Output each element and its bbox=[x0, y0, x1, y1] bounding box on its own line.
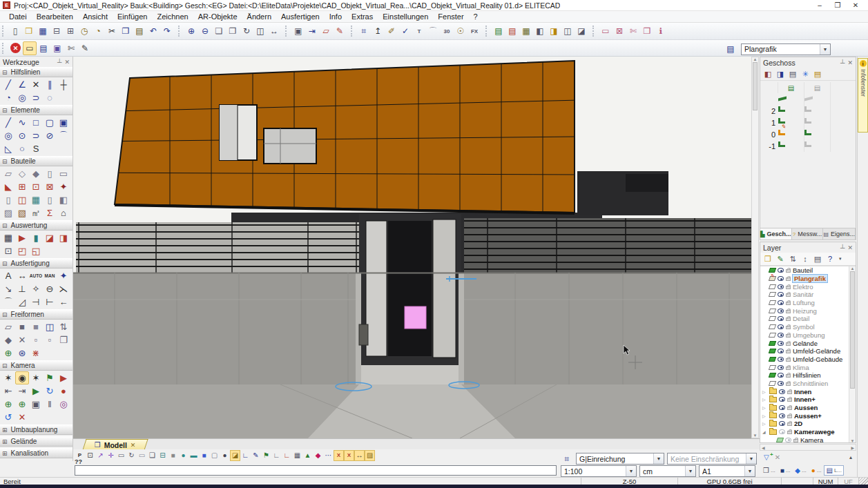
tool-icon[interactable]: ↔ bbox=[15, 269, 29, 282]
menu-item[interactable]: Extras bbox=[347, 12, 378, 21]
lock-icon[interactable] bbox=[787, 415, 792, 418]
expander-icon[interactable]: ◢ bbox=[762, 429, 767, 434]
menu-item[interactable]: Bearbeiten bbox=[32, 12, 78, 21]
viewport-canvas[interactable] bbox=[73, 57, 751, 438]
collapse-icon[interactable]: ⊟ bbox=[2, 69, 8, 76]
layer-row[interactable]: Plangrafik bbox=[760, 275, 856, 283]
wall-tool-1-icon[interactable]: ◧ bbox=[533, 24, 547, 38]
tool-icon[interactable]: ⇤ bbox=[1, 384, 15, 398]
tool-section-header[interactable]: ⊟ Elemente bbox=[0, 105, 73, 115]
tool-icon[interactable]: ⊙ bbox=[15, 129, 29, 142]
menu-item[interactable]: Einstellungen bbox=[378, 12, 433, 21]
maximize-button[interactable]: ❐ bbox=[833, 1, 842, 9]
layer-scrollbar[interactable]: ▲ ▼ bbox=[849, 266, 856, 442]
layer-row[interactable]: Sanitär bbox=[760, 291, 856, 299]
layer-row[interactable]: Bauteil bbox=[760, 266, 856, 275]
collapse-up-icon[interactable]: ▴ bbox=[849, 454, 852, 460]
tool-icon[interactable]: ▶ bbox=[15, 231, 29, 244]
expander-icon[interactable]: ▷ bbox=[762, 413, 767, 418]
layer-row[interactable]: Gelände bbox=[760, 339, 856, 347]
visibility-eye-icon[interactable] bbox=[778, 309, 784, 313]
person-icon[interactable]: ☉ bbox=[454, 24, 467, 38]
chevron-down-icon[interactable]: ▼ bbox=[820, 44, 830, 55]
lock-icon[interactable] bbox=[786, 302, 791, 305]
story-ref-icon[interactable]: ✳ bbox=[799, 68, 811, 80]
story-state-icon[interactable] bbox=[804, 141, 811, 147]
layer-row[interactable]: Umgebung bbox=[760, 331, 856, 340]
layer-up-icon[interactable]: ⇅ bbox=[787, 253, 799, 265]
tool-icon[interactable]: ㎡ bbox=[29, 206, 43, 219]
redline-icon[interactable]: ✎ bbox=[333, 24, 347, 38]
tool-icon[interactable]: ✶ bbox=[1, 371, 15, 384]
tool-icon[interactable]: ⊡ bbox=[1, 244, 15, 257]
tool-icon[interactable]: ⊕ bbox=[1, 347, 15, 360]
tool-icon[interactable]: ⊃ bbox=[29, 129, 43, 142]
tool-icon[interactable]: ▱ bbox=[1, 167, 15, 180]
collapse-icon[interactable]: ⊞ bbox=[2, 427, 8, 433]
story-row[interactable]: 0 bbox=[764, 128, 856, 140]
tool-icon[interactable]: ⊕ bbox=[15, 398, 29, 411]
tool-section-header[interactable]: ⊟ Ausfertigung bbox=[0, 258, 73, 269]
tool-icon[interactable]: ◎ bbox=[57, 398, 70, 411]
tool-icon[interactable]: ⊛ bbox=[15, 347, 29, 360]
tool-icon[interactable]: ⋋ bbox=[57, 282, 70, 295]
story-state-icon[interactable] bbox=[778, 141, 785, 147]
lock-icon[interactable] bbox=[787, 391, 792, 394]
visibility-eye-icon[interactable] bbox=[778, 357, 784, 362]
resize-grip[interactable] bbox=[858, 478, 868, 485]
lock-icon[interactable] bbox=[786, 358, 791, 362]
plan-set-combobox[interactable]: G|Einreichung▼ bbox=[576, 453, 664, 465]
layer-row[interactable]: Kamera bbox=[760, 436, 856, 442]
layer-select-icon[interactable]: ▤ bbox=[37, 41, 50, 55]
story-state-icon[interactable] bbox=[804, 106, 811, 112]
tool-icon[interactable]: ⌒ bbox=[57, 129, 70, 142]
visibility-eye-icon[interactable] bbox=[778, 292, 784, 297]
insulation-add-icon[interactable]: ▦ bbox=[519, 24, 533, 38]
panel-tab[interactable]: ▤ Eigens... bbox=[823, 228, 856, 240]
light-icon[interactable]: ● ... bbox=[809, 465, 824, 476]
tool-section-header[interactable]: ⊟ Kamera bbox=[0, 360, 73, 371]
tool-icon[interactable]: ◆ bbox=[29, 167, 43, 180]
tool-icon[interactable]: ┼ bbox=[57, 78, 70, 91]
visibility-eye-icon[interactable] bbox=[778, 373, 784, 378]
lock-icon[interactable] bbox=[786, 318, 791, 321]
layer-row[interactable]: Hilfslinien bbox=[760, 371, 856, 380]
collapse-icon[interactable]: ⊟ bbox=[2, 222, 8, 229]
story-state-icon[interactable] bbox=[804, 130, 811, 135]
tool-icon[interactable]: ❐ bbox=[57, 333, 70, 347]
menu-item[interactable]: Ansicht bbox=[78, 12, 113, 21]
tool-icon[interactable]: ▯ bbox=[1, 193, 15, 206]
tool-icon[interactable]: ▦ bbox=[1, 231, 15, 244]
tool-icon[interactable]: ⌂ bbox=[57, 206, 70, 219]
lock-icon[interactable] bbox=[786, 374, 791, 378]
expander-icon[interactable]: ▷ bbox=[762, 421, 767, 426]
tool-icon[interactable]: ▶ bbox=[29, 384, 43, 398]
tool-icon[interactable]: ▦ bbox=[29, 193, 43, 206]
active-layer-combobox[interactable]: Plangrafik ▼ bbox=[741, 43, 831, 55]
minimize-button[interactable]: – bbox=[816, 1, 824, 9]
layer-row[interactable]: Symbol bbox=[760, 323, 856, 331]
lock-icon[interactable] bbox=[786, 326, 791, 329]
tool-icon[interactable]: ⋇ bbox=[29, 347, 43, 360]
lock-icon[interactable] bbox=[786, 334, 791, 338]
tool-icon[interactable]: ‖ bbox=[43, 398, 57, 411]
lock-icon[interactable] bbox=[786, 342, 791, 346]
tool-section-header[interactable]: ⊟ Hilfslinien bbox=[0, 67, 73, 77]
layer-row[interactable]: Klima bbox=[760, 363, 856, 371]
pin-icon[interactable]: ┴ bbox=[840, 59, 845, 66]
collapse-icon[interactable]: ⊞ bbox=[2, 438, 8, 445]
tool-icon[interactable]: ◰ bbox=[15, 244, 29, 257]
visibility-eye-icon[interactable] bbox=[778, 268, 784, 273]
panel-tab[interactable]: ? Messw... bbox=[792, 228, 824, 240]
window-manager-icon[interactable]: ▣ bbox=[291, 24, 305, 38]
tool-icon[interactable]: ⇅ bbox=[57, 320, 70, 333]
chevron-down-icon[interactable]: ▼ bbox=[626, 466, 636, 476]
tool-icon[interactable]: MAN bbox=[43, 269, 57, 282]
tool-icon[interactable]: ╱ bbox=[1, 116, 15, 129]
tool-section-header[interactable]: ⊞ Kanalisation bbox=[0, 448, 73, 458]
tool-icon[interactable]: ▣ bbox=[57, 116, 70, 129]
tool-icon[interactable]: ✦ bbox=[57, 269, 70, 282]
visibility-eye-icon[interactable] bbox=[779, 397, 785, 402]
unit-combobox[interactable]: cm▼ bbox=[639, 465, 696, 477]
check-icon[interactable]: ✓ bbox=[398, 24, 412, 38]
